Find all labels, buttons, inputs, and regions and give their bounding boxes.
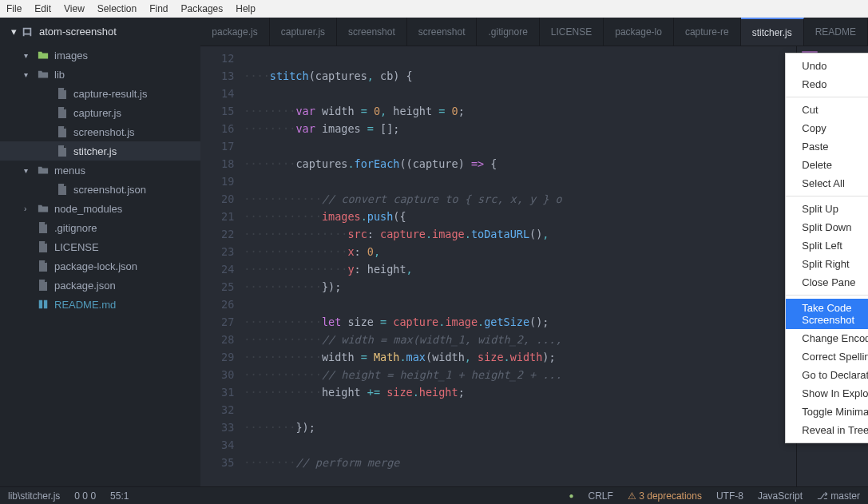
tree-label: menus	[54, 165, 85, 177]
file-icon	[37, 299, 50, 310]
tree-folder-images[interactable]: ▾images	[0, 46, 200, 65]
status-eol[interactable]: CRLF	[589, 490, 613, 502]
file-icon	[37, 260, 50, 272]
code-editor[interactable]: ····stitch(captures, cb) { ········var w…	[244, 46, 796, 486]
tree-file-screenshot-js[interactable]: screenshot.js	[0, 122, 200, 141]
context-menu-show-in-explorer[interactable]: Show In Explorer	[786, 384, 868, 403]
tab-license[interactable]: LICENSE	[540, 18, 604, 46]
menu-packages[interactable]: Packages	[181, 3, 224, 14]
context-menu-separator	[786, 196, 868, 196]
status-path[interactable]: lib\stitcher.js	[8, 490, 60, 502]
tab-readme[interactable]: README	[804, 18, 868, 46]
tree-label: README.md	[54, 299, 116, 311]
tab-capturer-js[interactable]: capturer.js	[270, 18, 337, 46]
gutter: 1213141516171819202122232425262728293031…	[200, 46, 244, 486]
context-menu-split-down[interactable]: Split Down	[786, 218, 868, 236]
tree-file-package-lock-json[interactable]: package-lock.json	[0, 256, 200, 276]
tab-screenshot[interactable]: screenshot	[337, 18, 407, 46]
tab-stitcher-js[interactable]: stitcher.js	[741, 18, 804, 46]
file-icon	[56, 107, 69, 118]
context-menu-undo[interactable]: Undo	[786, 57, 868, 75]
tree-label: screenshot.json	[73, 184, 146, 196]
context-menu-select-all[interactable]: Select All	[786, 174, 868, 192]
context-menu-split-up[interactable]: Split Up	[786, 200, 868, 218]
tab-screenshot[interactable]: screenshot	[407, 18, 478, 46]
context-menu-close-pane[interactable]: Close Pane	[786, 273, 868, 292]
tab-capture-re[interactable]: capture-re	[674, 18, 741, 46]
git-branch-icon: ⎇	[817, 490, 828, 502]
tree-file-package-json[interactable]: package.json	[0, 276, 200, 295]
tree-label: capturer.js	[73, 107, 121, 119]
context-menu-toggle-minimap[interactable]: Toggle Minimap	[786, 403, 868, 421]
file-icon	[56, 126, 69, 137]
tree-label: .gitignore	[54, 222, 97, 234]
tree-label: LICENSE	[54, 241, 99, 253]
menu-file[interactable]: File	[6, 3, 22, 14]
tree-label: images	[54, 50, 88, 62]
tab-bar: package.jscapturer.jsscreenshotscreensho…	[200, 18, 868, 46]
tab-package-lo[interactable]: package-lo	[604, 18, 674, 46]
file-icon	[56, 145, 69, 157]
tree-label: package.json	[54, 280, 116, 292]
menu-edit[interactable]: Edit	[34, 3, 51, 14]
context-menu-delete[interactable]: Delete	[786, 156, 868, 174]
tree-file-stitcher-js[interactable]: stitcher.js	[0, 141, 200, 161]
tree-label: node_modules	[54, 203, 122, 215]
file-icon	[37, 222, 50, 233]
menu-help[interactable]: Help	[236, 3, 256, 14]
file-icon	[56, 88, 69, 99]
context-menu-correct-spelling[interactable]: Correct Spelling	[786, 347, 868, 366]
context-menu-take-code-screenshot[interactable]: Take Code Screenshot	[786, 299, 868, 329]
tree-file--gitignore[interactable]: .gitignore	[0, 218, 200, 237]
context-menu-change-encoding[interactable]: Change Encoding	[786, 329, 868, 347]
menu-find[interactable]: Find	[149, 3, 168, 14]
tree-file-capturer-js[interactable]: capturer.js	[0, 103, 200, 122]
file-icon	[37, 241, 50, 252]
status-deprecations[interactable]: ⚠ 3 deprecations	[628, 490, 702, 502]
context-menu: UndoRedoCutCopyPasteDeleteSelect AllSpli…	[785, 53, 868, 443]
menu-view[interactable]: View	[64, 3, 85, 14]
context-menu-separator	[786, 97, 868, 97]
tree-folder-lib[interactable]: ▾lib	[0, 65, 200, 84]
context-menu-go-to-declaration[interactable]: Go to Declaration	[786, 366, 868, 384]
context-menu-reveal-in-tree-view[interactable]: Reveal in Tree View	[786, 421, 868, 439]
tree-folder-menus[interactable]: ▾menus	[0, 161, 200, 180]
editor-area: package.jscapturer.jsscreenshotscreensho…	[200, 18, 868, 486]
tree-label: package-lock.json	[54, 260, 137, 272]
status-encoding[interactable]: UTF-8	[716, 490, 743, 502]
folder-icon	[37, 69, 50, 80]
tree-label: screenshot.js	[73, 126, 135, 138]
context-menu-cut[interactable]: Cut	[786, 101, 868, 119]
context-menu-paste[interactable]: Paste	[786, 137, 868, 156]
status-bar: lib\stitcher.js 0 0 0 55:1 ● CRLF ⚠ 3 de…	[0, 486, 868, 504]
file-tree: ▾images▾libcapture-result.jscapturer.jss…	[0, 46, 200, 486]
tree-file-screenshot-json[interactable]: screenshot.json	[0, 180, 200, 199]
status-cursor[interactable]: 55:1	[110, 490, 129, 502]
status-diagnostics[interactable]: 0 0 0	[74, 490, 96, 502]
status-branch[interactable]: ⎇ master	[817, 490, 860, 502]
context-menu-redo[interactable]: Redo	[786, 75, 868, 93]
tree-file-readme-md[interactable]: README.md	[0, 295, 200, 314]
folder-icon	[37, 165, 50, 176]
tree-file-license[interactable]: LICENSE	[0, 237, 200, 256]
tab-package-js[interactable]: package.js	[200, 18, 269, 46]
context-menu-copy[interactable]: Copy	[786, 119, 868, 137]
context-menu-split-right[interactable]: Split Right	[786, 255, 868, 273]
menu-selection[interactable]: Selection	[97, 3, 137, 14]
status-grammar[interactable]: JavaScript	[758, 490, 803, 502]
chevron-down-icon: ▾	[11, 26, 17, 38]
folder-icon	[37, 50, 50, 61]
context-menu-separator	[786, 295, 868, 296]
context-menu-split-left[interactable]: Split Left	[786, 236, 868, 255]
folder-icon	[37, 203, 50, 214]
project-header[interactable]: ▾ atom-screenshot	[0, 18, 200, 46]
tree-label: capture-result.js	[73, 88, 147, 100]
tree-folder-node-modules[interactable]: ›node_modules	[0, 199, 200, 218]
tree-file-capture-result-js[interactable]: capture-result.js	[0, 84, 200, 103]
menubar: FileEditViewSelectionFindPackagesHelp	[0, 0, 868, 18]
tab--gitignore[interactable]: .gitignore	[477, 18, 539, 46]
file-icon	[56, 184, 69, 195]
tree-label: lib	[54, 69, 65, 81]
sidebar: ▾ atom-screenshot ▾images▾libcapture-res…	[0, 18, 200, 486]
warning-icon: ⚠	[628, 490, 636, 502]
